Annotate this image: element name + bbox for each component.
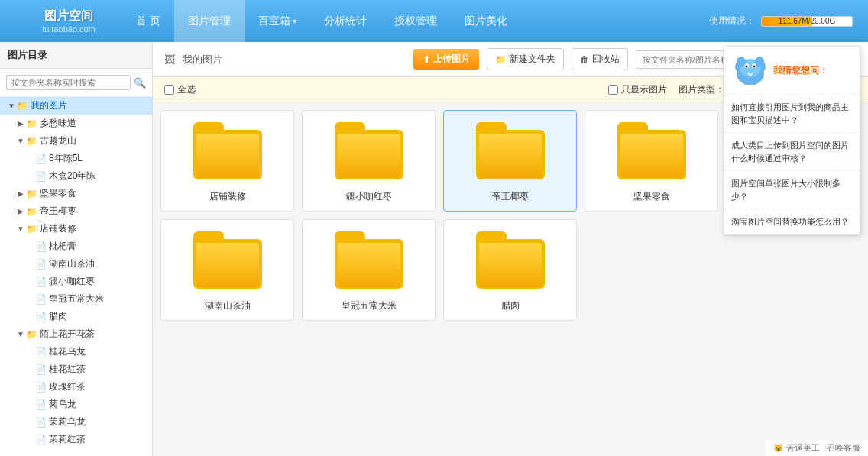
upload-button[interactable]: ⬆ 上传图片: [413, 49, 479, 70]
svg-point-8: [737, 57, 746, 67]
folder-icon-large: [617, 122, 686, 179]
folder-icon-large: [193, 231, 262, 289]
sidebar-item-diwang[interactable]: ▶ 📁 帝王椰枣: [0, 202, 152, 220]
folder-icon: 📁: [26, 136, 37, 147]
tree-toggle: ▼: [15, 137, 26, 145]
logo-subtitle: tu.taobao.com: [42, 24, 96, 34]
folder-name: 坚果零食: [633, 190, 670, 203]
content-area: 🖼 我的图片 ⬆ 上传图片 📁 新建文件夹 🗑 回收站 🔍 高级搜索: [153, 42, 868, 456]
sidebar-item-dianzhuang[interactable]: ▼ 📁 店铺装修: [0, 220, 152, 238]
mascot-qa-item-0[interactable]: 如何直接引用图片到我的商品主图和宝贝描述中？: [724, 95, 860, 133]
folder-card[interactable]: 湖南山茶油: [160, 219, 294, 321]
nav-image-manage[interactable]: 图片管理: [174, 0, 245, 42]
tree-label: 古越龙山: [40, 134, 152, 147]
sidebar-item-hongzao[interactable]: 📄 疆小咖红枣: [0, 273, 152, 290]
recycle-button[interactable]: 🗑 回收站: [572, 48, 628, 70]
sidebar-item-guyue[interactable]: ▼ 📁 古越龙山: [0, 132, 152, 150]
folder-icon: 📄: [35, 259, 47, 270]
breadcrumb: 我的图片: [183, 53, 222, 66]
show-images-only-label[interactable]: 只显示图片: [608, 83, 667, 96]
tree-label: 坚果零食: [40, 187, 152, 200]
tree-label: 疆小咖红枣: [49, 275, 152, 288]
sidebar-item-ju[interactable]: 📄 菊乌龙: [0, 396, 152, 413]
svg-point-11: [750, 79, 758, 85]
nav-analytics[interactable]: 分析统计: [310, 0, 381, 42]
folder-icon: 📄: [35, 347, 47, 357]
header: 图片空间 tu.taobao.com 首 页 图片管理 百宝箱 ▾ 分析统计 授…: [0, 0, 868, 42]
folder-icon: 📄: [35, 417, 47, 428]
sidebar-item-myimages[interactable]: ▼ 📁 我的图片: [0, 97, 152, 115]
sidebar-item-pipa[interactable]: 📄 枇杷膏: [0, 238, 152, 255]
folder-name: 店铺装修: [209, 190, 246, 203]
mascot-qa-item-2[interactable]: 图片空间单张图片大小限制多少？: [724, 171, 860, 209]
main-container: 图片目录 🔍 ▼ 📁 我的图片 ▶ 📁 乡愁味道 ▼ 📁 古越龙山: [0, 42, 868, 456]
tree-toggle: ▶: [15, 189, 26, 198]
tree-label: 陌上花开花茶: [40, 328, 152, 341]
nav-baobao[interactable]: 百宝箱 ▾: [245, 0, 310, 42]
svg-point-6: [746, 66, 748, 68]
mascot-qa-item-1[interactable]: 成人类目上传到图片空间的图片什么时候通过审核？: [724, 133, 860, 171]
folder-shine: [196, 243, 259, 287]
nav-beauty[interactable]: 图片美化: [451, 0, 521, 42]
tree-label: 湖南山茶油: [49, 257, 152, 270]
tree-label: 茉莉红茶: [49, 433, 152, 446]
folder-card[interactable]: 疆小咖红枣: [302, 110, 436, 212]
select-all-label[interactable]: 全选: [164, 83, 196, 96]
folder-card[interactable]: 皇冠五常大米: [302, 219, 436, 321]
folder-icon-large: [335, 122, 403, 179]
folder-shape: [193, 130, 262, 179]
folder-icon: 📄: [35, 171, 47, 182]
recycle-icon: 🗑: [580, 54, 589, 65]
folder-card[interactable]: 帝王椰枣: [443, 110, 577, 212]
sidebar-item-dami[interactable]: 📄 皇冠五常大米: [0, 290, 152, 308]
sidebar-item-guihua-oolong[interactable]: 📄 桂花乌龙: [0, 343, 152, 361]
tree-label: 菊乌龙: [49, 398, 152, 411]
nav-auth[interactable]: 授权管理: [381, 0, 451, 42]
folder-shine: [338, 243, 400, 287]
tree-label: 腊肉: [49, 310, 152, 323]
new-folder-button[interactable]: 📁 新建文件夹: [487, 48, 564, 70]
folder-icon: 📄: [35, 277, 47, 287]
sidebar-item-guihua-red[interactable]: 📄 桂花红茶: [0, 361, 152, 378]
folder-shape: [193, 239, 262, 289]
sidebar-search-input[interactable]: [6, 75, 131, 90]
nav-home[interactable]: 首 页: [122, 0, 174, 42]
folder-shine: [620, 134, 683, 178]
tree-label: 皇冠五常大米: [49, 293, 152, 306]
sidebar-search-button[interactable]: 🔍: [134, 77, 146, 89]
folder-icon: 📁: [26, 329, 37, 340]
image-type-label: 图片类型：: [679, 83, 724, 96]
select-all-text: 全选: [177, 83, 196, 96]
sidebar-search-area: 🔍: [0, 69, 152, 97]
sidebar-item-larou[interactable]: 📄 腊肉: [0, 308, 152, 325]
sidebar-item-mohua[interactable]: ▼ 📁 陌上花开花茶: [0, 325, 152, 343]
sidebar-item-muhe[interactable]: 📄 木盒20年陈: [0, 167, 152, 185]
recycle-label: 回收站: [592, 53, 620, 66]
sidebar-item-xiangchou[interactable]: ▶ 📁 乡愁味道: [0, 115, 152, 132]
folder-shape: [335, 130, 403, 179]
folder-card[interactable]: 腊肉: [443, 219, 577, 321]
sidebar-tree: ▼ 📁 我的图片 ▶ 📁 乡愁味道 ▼ 📁 古越龙山 📄 8年陈5L: [0, 97, 152, 448]
tree-label: 我的图片: [31, 99, 152, 112]
mascot-qa-item-3[interactable]: 淘宝图片空间替换功能怎么用？: [724, 209, 860, 234]
folder-icon: 📄: [35, 399, 47, 410]
tree-label: 桂花红茶: [49, 363, 152, 376]
folder-shine: [479, 243, 542, 287]
sidebar-item-chayou[interactable]: 📄 湖南山茶油: [0, 255, 152, 273]
sidebar-item-moli-oolong[interactable]: 📄 茉莉乌龙: [0, 413, 152, 431]
show-images-only-checkbox[interactable]: [608, 85, 618, 95]
tree-label: 木盒20年陈: [49, 170, 152, 183]
tree-label: 帝王椰枣: [40, 205, 152, 218]
usage-bar: 111.67M/20.00G: [761, 16, 853, 27]
select-all-checkbox[interactable]: [164, 85, 174, 95]
svg-point-10: [743, 79, 750, 85]
show-images-only-text: 只显示图片: [621, 83, 667, 96]
folder-icon: 📄: [35, 154, 47, 164]
folder-card[interactable]: 坚果零食: [585, 110, 718, 212]
tree-toggle: ▶: [15, 119, 26, 128]
sidebar-item-moli-red[interactable]: 📄 茉莉红茶: [0, 431, 152, 448]
folder-card[interactable]: 店铺装修: [160, 110, 294, 212]
sidebar-item-meigui[interactable]: 📄 玫瑰红茶: [0, 378, 152, 396]
sidebar-item-8year[interactable]: 📄 8年陈5L: [0, 150, 152, 167]
sidebar-item-jianguo[interactable]: ▶ 📁 坚果零食: [0, 185, 152, 202]
